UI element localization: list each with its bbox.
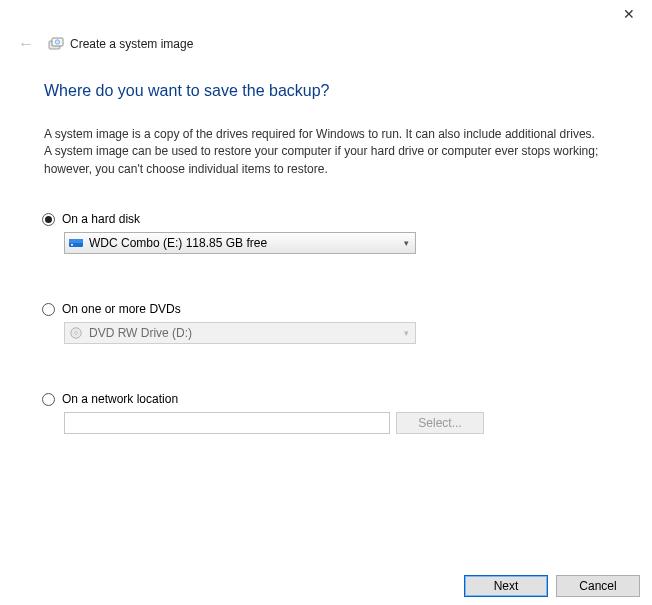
- header-title: Create a system image: [70, 37, 193, 51]
- radio-label: On a hard disk: [62, 212, 140, 226]
- radio-hard-disk[interactable]: On a hard disk: [42, 212, 608, 226]
- close-icon[interactable]: ✕: [620, 6, 638, 22]
- radio-button-icon: [42, 303, 55, 316]
- page-heading: Where do you want to save the backup?: [44, 82, 608, 100]
- chevron-down-icon: ▾: [397, 238, 415, 248]
- hard-disk-dropdown[interactable]: WDC Combo (E:) 118.85 GB free ▾: [64, 232, 416, 254]
- radio-button-icon: [42, 393, 55, 406]
- wizard-header: ← Create a system image: [0, 30, 652, 58]
- next-button[interactable]: Next: [464, 575, 548, 597]
- radio-dvd[interactable]: On one or more DVDs: [42, 302, 608, 316]
- svg-rect-5: [71, 244, 73, 246]
- hard-drive-icon: [68, 235, 84, 251]
- network-select-button: Select...: [396, 412, 484, 434]
- option-dvd: On one or more DVDs DVD RW Drive (D:) ▾: [42, 302, 608, 344]
- dvd-dropdown: DVD RW Drive (D:) ▾: [64, 322, 416, 344]
- cancel-button[interactable]: Cancel: [556, 575, 640, 597]
- svg-point-7: [75, 332, 78, 335]
- chevron-down-icon: ▾: [397, 328, 415, 338]
- radio-network[interactable]: On a network location: [42, 392, 608, 406]
- svg-point-2: [55, 40, 59, 44]
- back-icon[interactable]: ←: [12, 33, 40, 55]
- radio-button-icon: [42, 213, 55, 226]
- content-area: Where do you want to save the backup? A …: [0, 58, 652, 434]
- option-network: On a network location Select...: [42, 392, 608, 434]
- footer-buttons: Next Cancel: [464, 575, 640, 597]
- option-hard-disk: On a hard disk WDC Combo (E:) 118.85 GB …: [42, 212, 608, 254]
- system-image-icon: [48, 36, 64, 52]
- titlebar: ✕: [0, 0, 652, 30]
- network-path-input[interactable]: [64, 412, 390, 434]
- page-description: A system image is a copy of the drives r…: [44, 126, 604, 178]
- radio-label: On a network location: [62, 392, 178, 406]
- svg-rect-4: [69, 239, 83, 243]
- disc-icon: [68, 325, 84, 341]
- dropdown-value: WDC Combo (E:) 118.85 GB free: [89, 236, 397, 250]
- dropdown-value: DVD RW Drive (D:): [89, 326, 397, 340]
- radio-label: On one or more DVDs: [62, 302, 181, 316]
